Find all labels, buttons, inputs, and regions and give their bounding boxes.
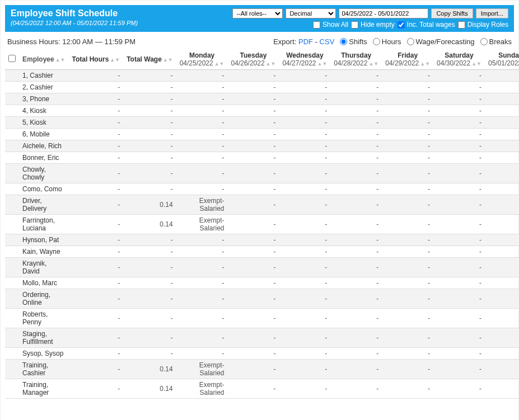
fri-cell: -: [382, 309, 433, 328]
table-row[interactable]: Mollo, Marc---------: [5, 277, 519, 289]
col-thursday[interactable]: Thursday04/28/2022▲▼: [330, 49, 382, 70]
import-button[interactable]: Import...: [476, 8, 508, 18]
wed-cell: -: [279, 93, 330, 105]
table-row[interactable]: Training, Cashier-0.14Exempt-Salaried---…: [5, 360, 519, 379]
col-total-wage[interactable]: Total Wage▲▼: [123, 49, 176, 70]
sun-cell: -: [485, 215, 519, 234]
copy-shifts-button[interactable]: Copy Shifts: [431, 8, 473, 18]
view-wage-radio[interactable]: Wage/Forecasting: [407, 37, 475, 46]
table-row[interactable]: Kraynik, David---------: [5, 258, 519, 277]
wed-cell: -: [279, 152, 330, 164]
table-row[interactable]: Como, Como---------: [5, 183, 519, 195]
table-row[interactable]: 2, Cashier---------: [5, 82, 519, 93]
wage-cell: -: [123, 105, 176, 117]
wage-cell: -: [123, 246, 176, 258]
table-row[interactable]: Bonner, Eric---------: [5, 152, 519, 164]
wed-cell: -: [279, 379, 330, 399]
fri-cell: -: [382, 117, 433, 129]
mon-cell: Exempt-Salaried: [176, 215, 228, 234]
table-row[interactable]: Training, Manager-0.14Exempt-Salaried---…: [5, 379, 519, 399]
table-row[interactable]: 3, Phone---------: [5, 93, 519, 105]
view-breaks-radio[interactable]: Breaks: [480, 37, 512, 46]
format-select[interactable]: Decimal: [286, 8, 336, 18]
fri-cell: -: [382, 379, 433, 399]
display-roles-checkbox[interactable]: Display Roles: [458, 21, 508, 29]
wage-cell: 0.14: [123, 215, 176, 234]
employee-cell: 4, Kiosk: [19, 105, 69, 117]
hide-empty-checkbox[interactable]: Hide empty: [351, 21, 395, 29]
wage-cell: -: [123, 70, 176, 82]
table-row[interactable]: 5, Kiosk---------: [5, 117, 519, 129]
fri-cell: -: [382, 140, 433, 152]
wed-cell: -: [279, 82, 330, 93]
thu-cell: -: [330, 379, 382, 399]
sat-cell: -: [433, 82, 485, 93]
employee-cell: Bonner, Eric: [19, 152, 69, 164]
sat-cell: -: [433, 117, 485, 129]
table-row[interactable]: Chowly, Chowly---------: [5, 164, 519, 183]
view-shifts-radio[interactable]: Shifts: [340, 37, 367, 46]
table-row[interactable]: Aichele, Rich---------: [5, 140, 519, 152]
wed-cell: -: [279, 117, 330, 129]
sun-cell: -: [485, 140, 519, 152]
fri-cell: -: [382, 195, 433, 215]
col-tuesday[interactable]: Tuesday04/26/2022▲▼: [228, 49, 279, 70]
table-row[interactable]: Farrington, Luciana-0.14Exempt-Salaried-…: [5, 215, 519, 234]
view-hours-radio[interactable]: Hours: [373, 37, 401, 46]
table-row[interactable]: 4, Kiosk---------: [5, 105, 519, 117]
sun-cell: -: [485, 129, 519, 140]
thu-cell: -: [330, 328, 382, 348]
col-wednesday[interactable]: Wednesday04/27/2022▲▼: [279, 49, 330, 70]
export-pdf-link[interactable]: PDF: [298, 37, 313, 46]
table-row[interactable]: 6, Mobile---------: [5, 129, 519, 140]
page-subtitle: (04/25/2022 12:00 AM - 05/01/2022 11:59 …: [11, 20, 138, 26]
sat-cell: -: [433, 289, 485, 309]
table-row[interactable]: Driver, Delivery-0.14Exempt-Salaried----…: [5, 195, 519, 215]
table-row[interactable]: Roberts, Penny---------: [5, 309, 519, 328]
table-row[interactable]: Kain, Wayne---------: [5, 246, 519, 258]
wage-cell: -: [123, 234, 176, 246]
sat-cell: -: [433, 105, 485, 117]
sun-cell: -: [485, 309, 519, 328]
thu-cell: -: [330, 309, 382, 328]
mon-cell: -: [176, 309, 228, 328]
fri-cell: -: [382, 234, 433, 246]
sat-cell: -: [433, 215, 485, 234]
col-employee[interactable]: Employee▲▼: [19, 49, 69, 70]
mon-cell: -: [176, 183, 228, 195]
inc-wages-checkbox[interactable]: Inc. Total wages: [398, 21, 455, 29]
export-csv-link[interactable]: CSV: [320, 37, 335, 46]
col-saturday[interactable]: Saturday04/30/2022▲▼: [433, 49, 485, 70]
fri-cell: -: [382, 289, 433, 309]
wage-cell: 0.14: [123, 379, 176, 399]
fri-cell: -: [382, 328, 433, 348]
col-sunday[interactable]: Sunday05/01/2022▲▼: [485, 49, 519, 70]
date-range-input[interactable]: [339, 8, 428, 18]
thu-cell: -: [330, 215, 382, 234]
sun-cell: -: [485, 360, 519, 379]
select-all-checkbox[interactable]: [8, 55, 16, 62]
table-row[interactable]: Staging, Fulfillment---------: [5, 328, 519, 348]
tue-cell: -: [228, 348, 279, 360]
col-friday[interactable]: Friday04/29/2022▲▼: [382, 49, 433, 70]
table-row[interactable]: Sysop, Sysop---------: [5, 348, 519, 360]
table-row[interactable]: Hynson, Pat---------: [5, 234, 519, 246]
employee-cell: Roberts, Penny: [19, 309, 69, 328]
wage-cell: 0.14: [123, 360, 176, 379]
show-all-checkbox[interactable]: Show All: [313, 21, 348, 29]
thu-cell: -: [330, 195, 382, 215]
wage-cell: -: [123, 289, 176, 309]
wed-cell: -: [279, 70, 330, 82]
role-select[interactable]: --All roles--: [232, 8, 283, 18]
table-row[interactable]: 1, Cashier---------: [5, 70, 519, 82]
sat-cell: -: [433, 379, 485, 399]
table-row[interactable]: Ordering, Online---------: [5, 289, 519, 309]
col-total-hours[interactable]: Total Hours▲▼: [69, 49, 124, 70]
tue-cell: -: [228, 246, 279, 258]
wed-cell: -: [279, 234, 330, 246]
wed-cell: -: [279, 140, 330, 152]
employee-cell: Farrington, Luciana: [19, 215, 69, 234]
mon-cell: -: [176, 140, 228, 152]
employee-cell: 5, Kiosk: [19, 117, 69, 129]
col-monday[interactable]: Monday04/25/2022▲▼: [176, 49, 228, 70]
